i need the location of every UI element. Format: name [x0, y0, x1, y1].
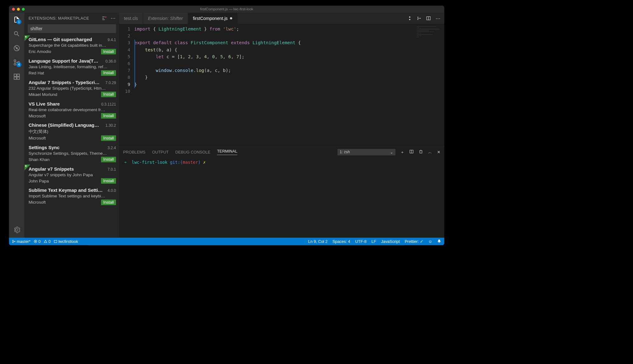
- install-button[interactable]: Install: [101, 113, 116, 119]
- activity-scm[interactable]: 4: [12, 58, 21, 67]
- status-prettier[interactable]: Prettier: ✓: [405, 239, 423, 244]
- status-language[interactable]: JavaScript: [381, 239, 400, 244]
- extension-item[interactable]: Chinese (Simplified) Languag…1.30.2中文(简体…: [25, 121, 119, 143]
- extension-description: Java Linting, Intellisense, formatting, …: [29, 64, 116, 69]
- activity-bar: 1 4: [9, 13, 25, 238]
- extension-publisher: John Papa: [29, 178, 49, 183]
- extension-item[interactable]: Angular 7 Snippets - TypeScri…7.0.29232 …: [25, 78, 119, 100]
- panel-tab-output[interactable]: OUTPUT: [152, 150, 169, 154]
- line-number: 6: [119, 60, 130, 67]
- line-number: 9: [119, 81, 130, 88]
- terminal-selector[interactable]: 1: zsh⌄: [337, 149, 395, 155]
- extension-description: 中文(简体): [29, 129, 116, 135]
- minimap[interactable]: [416, 26, 441, 35]
- status-ln-col[interactable]: Ln 9, Col 2: [308, 239, 327, 244]
- more-actions-icon[interactable]: ⋯: [435, 16, 440, 21]
- install-button[interactable]: Install: [101, 178, 116, 184]
- activity-extensions[interactable]: [12, 73, 21, 81]
- status-bar: master* 0 0 lwcfirstlook Ln 9, Col 2 Spa…: [9, 238, 445, 245]
- extension-description: Synchronize Settings, Snippets, Theme…: [29, 151, 116, 156]
- line-number: 2: [119, 33, 130, 40]
- status-encoding[interactable]: UTF-8: [355, 239, 367, 244]
- window-controls: [12, 8, 25, 11]
- activity-settings[interactable]: [12, 226, 21, 234]
- new-terminal-icon[interactable]: ＋: [400, 149, 404, 155]
- terminal-content[interactable]: ➜ lwc-first-look git:(master) ✗: [119, 157, 444, 238]
- svg-rect-6: [14, 74, 17, 77]
- close-window-button[interactable]: [12, 8, 15, 11]
- clear-filter-icon[interactable]: [102, 16, 107, 21]
- extension-description: Supercharge the Git capabilities built i…: [29, 43, 116, 48]
- title-bar: firstComponent.js — lwc-first-look: [9, 6, 445, 13]
- code-editor[interactable]: 12345678910 import { LightningElement } …: [119, 24, 444, 147]
- split-terminal-icon[interactable]: [409, 149, 414, 155]
- compare-icon[interactable]: [416, 16, 421, 21]
- status-bell-icon[interactable]: [437, 239, 441, 244]
- extension-description: 232 Angular Snippets (TypeScript, Htm…: [29, 86, 116, 91]
- svg-point-12: [420, 18, 421, 19]
- svg-rect-7: [17, 74, 20, 77]
- activity-search[interactable]: [12, 30, 21, 38]
- extension-item[interactable]: Angular v7 Snippets7.0.1Angular v7 snipp…: [25, 164, 119, 186]
- status-project[interactable]: lwcfirstlook: [54, 239, 78, 244]
- install-button[interactable]: Install: [101, 200, 116, 205]
- line-number: 1: [119, 26, 130, 32]
- extension-name: Angular v7 Snippets: [29, 166, 74, 172]
- extension-name: Angular 7 Snippets - TypeScri…: [29, 80, 100, 85]
- panel-tab-debug-console[interactable]: DEBUG CONSOLE: [175, 150, 210, 154]
- kill-terminal-icon[interactable]: [419, 149, 423, 155]
- extension-item[interactable]: Language Support for Java(T…0.36.0Java L…: [25, 57, 119, 78]
- install-button[interactable]: Install: [101, 49, 116, 54]
- svg-point-11: [417, 19, 418, 20]
- panel-tab-terminal[interactable]: TERMINAL: [217, 149, 237, 155]
- extension-version: 9.4.1: [107, 38, 116, 42]
- tab-label: firstComponent.js: [193, 16, 227, 21]
- star-badge-icon: [25, 164, 31, 170]
- activity-explorer[interactable]: 1: [12, 15, 21, 24]
- editor-tab[interactable]: test.cls: [119, 13, 143, 24]
- status-errors[interactable]: 0: [34, 239, 40, 244]
- install-button[interactable]: Install: [101, 135, 116, 141]
- extension-item[interactable]: Sublime Text Keymap and Setti…4.0.0Impor…: [25, 186, 119, 207]
- status-warnings[interactable]: 0: [44, 239, 50, 244]
- editor-window: firstComponent.js — lwc-first-look 1 4: [9, 6, 445, 245]
- install-button[interactable]: Install: [101, 157, 116, 162]
- editor-tab[interactable]: Extension: Shifter: [143, 13, 188, 24]
- status-spaces[interactable]: Spaces: 4: [332, 239, 350, 244]
- svg-point-17: [12, 240, 13, 241]
- editor-tab[interactable]: firstComponent.js: [188, 13, 237, 24]
- explorer-badge: 1: [17, 19, 21, 24]
- status-branch[interactable]: master*: [12, 239, 31, 244]
- extension-publisher: Shan Khan: [29, 157, 50, 162]
- extension-name: Settings Sync: [29, 145, 59, 150]
- extension-search-input[interactable]: [28, 24, 116, 33]
- svg-point-3: [14, 60, 16, 62]
- extension-item[interactable]: GitLens — Git supercharged9.4.1Superchar…: [25, 35, 119, 57]
- zoom-window-button[interactable]: [22, 8, 25, 11]
- extension-version: 0.3.1121: [101, 102, 116, 106]
- maximize-panel-icon[interactable]: ︿: [428, 149, 432, 155]
- sidebar: EXTENSIONS: MARKETPLACE ⋯ GitLens — Git …: [25, 13, 119, 238]
- close-panel-icon[interactable]: ✕: [437, 149, 440, 154]
- split-editor-icon[interactable]: [426, 16, 431, 21]
- extension-name: GitLens — Git supercharged: [29, 37, 92, 42]
- extension-version: 7.0.1: [107, 167, 116, 172]
- extension-description: Import Sublime Text settings and keybi…: [29, 194, 116, 199]
- extension-description: Real-time collaborative development fr…: [29, 107, 116, 112]
- gitlens-icon[interactable]: [407, 16, 412, 21]
- more-icon[interactable]: ⋯: [111, 16, 116, 21]
- editor-group: test.clsExtension: ShifterfirstComponent…: [119, 13, 444, 238]
- install-button[interactable]: Install: [101, 70, 116, 76]
- extension-item[interactable]: Settings Sync3.2.4Synchronize Settings, …: [25, 143, 119, 165]
- extension-version: 3.2.4: [107, 146, 116, 150]
- panel-tab-problems[interactable]: PROBLEMS: [123, 150, 145, 154]
- status-eol[interactable]: LF: [372, 239, 376, 244]
- install-button[interactable]: Install: [101, 92, 116, 97]
- extension-name: Language Support for Java(T…: [29, 59, 98, 64]
- extension-item[interactable]: VS Live Share0.3.1121Real-time collabora…: [25, 99, 119, 121]
- extension-publisher: Microsoft: [29, 136, 46, 141]
- minimize-window-button[interactable]: [17, 8, 20, 11]
- activity-debug[interactable]: [12, 44, 21, 52]
- line-number: 4: [119, 46, 130, 53]
- status-feedback-icon[interactable]: ☺: [428, 239, 432, 244]
